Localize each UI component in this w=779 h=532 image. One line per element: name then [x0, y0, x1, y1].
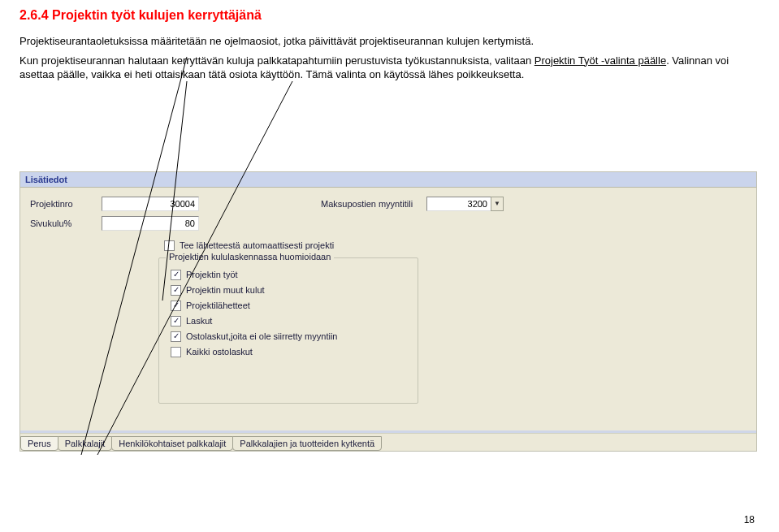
- section-heading: 2.6.4 Projektin työt kulujen kerryttäjän…: [19, 8, 760, 23]
- check-row-1: ✓ Projektin muut kulut: [171, 285, 418, 296]
- tab-henkilokohtaiset[interactable]: Henkilökohtaiset palkkalajit: [111, 436, 233, 451]
- checkbox-0[interactable]: ✓: [171, 270, 181, 280]
- check-label-2: Projektilähetteet: [186, 301, 250, 310]
- maksupostien-label: Maksupostien myyntitili: [321, 199, 426, 209]
- checkbox-2[interactable]: ✓: [171, 301, 181, 311]
- check-label-1: Projektin muut kulut: [186, 285, 265, 295]
- check-row-2: ✓ Projektilähetteet: [171, 301, 418, 311]
- paragraph-2a: Kun projektiseurannan halutaan kerryttäv…: [19, 54, 534, 67]
- tab-perus[interactable]: Perus: [20, 436, 58, 451]
- paragraph-2-underline: Projektin Työt -valinta päälle: [534, 54, 666, 67]
- maksupostien-row: Maksupostien myyntitili ▼: [321, 197, 504, 211]
- checkbox-5[interactable]: [171, 347, 181, 357]
- checkbox-4[interactable]: ✓: [171, 331, 181, 342]
- panel-title: Lisätiedot: [20, 172, 756, 188]
- checkbox-3[interactable]: ✓: [171, 316, 181, 327]
- sivukulu-input[interactable]: [102, 216, 199, 231]
- auto-project-check-row: Tee lähetteestä automaattisesti projekti: [164, 240, 334, 251]
- tab-kytkenta[interactable]: Palkkalajien ja tuotteiden kytkentä: [232, 436, 382, 451]
- paragraph-1: Projektiseurantaoletuksissa määritetään …: [19, 34, 760, 49]
- kululaskenta-groupbox: Projektien kululaskennassa huomioidaan ✓…: [158, 257, 418, 404]
- check-row-4: ✓ Ostolaskut,joita ei ole siirretty myyn…: [171, 331, 418, 342]
- lisatiedot-panel: Lisätiedot Projektinro Maksupostien myyn…: [19, 171, 757, 452]
- check-row-5: Kaikki ostolaskut: [171, 347, 418, 357]
- check-label-5: Kaikki ostolaskut: [186, 347, 253, 357]
- check-label-3: Laskut: [186, 316, 212, 326]
- auto-project-check-label: Tee lähetteestä automaattisesti projekti: [180, 240, 334, 250]
- groupbox-title: Projektien kululaskennassa huomioidaan: [166, 252, 334, 262]
- sivukulu-label: Sivukulu%: [30, 218, 102, 228]
- page-number: 18: [744, 514, 755, 526]
- paragraph-2: Kun projektiseurannan halutaan kerryttäv…: [19, 54, 760, 82]
- check-label-0: Projektin työt: [186, 270, 238, 279]
- auto-project-checkbox[interactable]: [164, 240, 175, 251]
- sivukulu-row: Sivukulu%: [30, 216, 199, 231]
- projektinro-label: Projektinro: [30, 199, 102, 209]
- projektinro-row: Projektinro: [30, 197, 199, 211]
- check-row-3: ✓ Laskut: [171, 316, 418, 327]
- tab-palkkalajit[interactable]: Palkkalajit: [58, 436, 113, 451]
- projektinro-input[interactable]: [102, 197, 199, 211]
- check-label-4: Ostolaskut,joita ei ole siirretty myynti…: [186, 331, 337, 341]
- maksupostien-input[interactable]: [426, 197, 491, 211]
- tab-strip: Perus Palkkalajit Henkilökohtaiset palkk…: [20, 433, 756, 451]
- checkbox-1[interactable]: ✓: [171, 285, 181, 296]
- maksupostien-dropdown-icon[interactable]: ▼: [491, 197, 504, 211]
- check-row-0: ✓ Projektin työt: [171, 270, 418, 280]
